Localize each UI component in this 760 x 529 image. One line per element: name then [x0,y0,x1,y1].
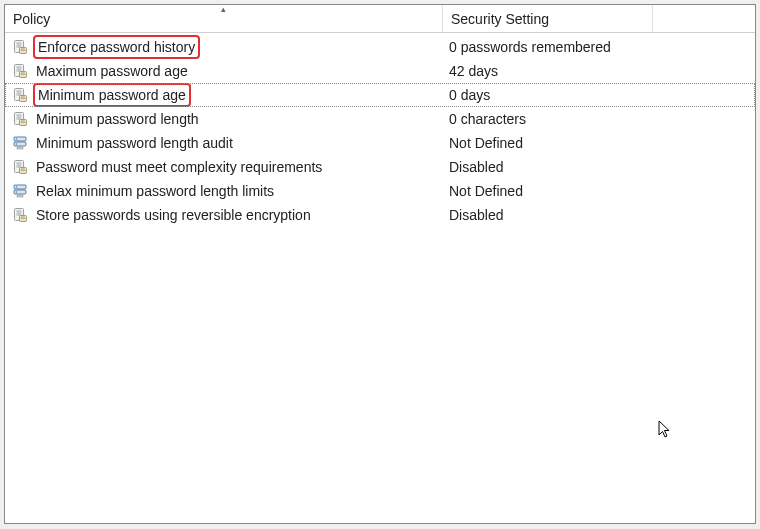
svg-point-31 [16,143,18,145]
column-header-policy[interactable]: Policy ▴ [5,5,443,32]
table-row[interactable]: Relax minimum password length limitsNot … [5,179,755,203]
policy-icon [11,62,29,80]
table-row[interactable]: Maximum password age42 days [5,59,755,83]
column-header-setting[interactable]: Security Setting [443,5,653,32]
policy-label: Password must meet complexity requiremen… [33,157,325,177]
policy-list: Policy ▴ Security Setting Enforce passwo… [4,4,756,524]
table-row[interactable]: Password must meet complexity requiremen… [5,155,755,179]
setting-cell: Disabled [443,203,653,227]
policy-cell: Store passwords using reversible encrypt… [5,203,443,227]
policy-cell: Minimum password length [5,107,443,131]
policy-icon [11,158,29,176]
policy-cell: Relax minimum password length limits [5,179,443,203]
policy-label: Minimum password length audit [33,133,236,153]
policy-icon [11,206,29,224]
setting-cell: Disabled [443,155,653,179]
server-icon [11,134,29,152]
column-header-setting-label: Security Setting [451,11,549,27]
policy-label: Minimum password length [33,109,202,129]
policy-label: Minimum password age [33,83,191,107]
table-row[interactable]: Minimum password length0 characters [5,107,755,131]
policy-label: Enforce password history [33,35,200,59]
server-icon [11,182,29,200]
table-row[interactable]: Enforce password history0 passwords reme… [5,35,755,59]
policy-label: Relax minimum password length limits [33,181,277,201]
policy-cell: Enforce password history [5,35,443,59]
setting-cell: 0 passwords remembered [443,35,653,59]
table-row[interactable]: Store passwords using reversible encrypt… [5,203,755,227]
policy-label: Store passwords using reversible encrypt… [33,205,314,225]
svg-rect-32 [17,147,23,149]
setting-cell: Not Defined [443,131,653,155]
setting-cell: 0 characters [443,107,653,131]
setting-cell: 0 days [443,83,653,107]
policy-label: Maximum password age [33,61,191,81]
sort-indicator-icon: ▴ [221,4,226,14]
policy-icon [11,38,29,56]
policy-cell: Minimum password age [5,83,443,107]
svg-point-42 [16,186,18,188]
policy-cell: Password must meet complexity requiremen… [5,155,443,179]
policy-rows: Enforce password history0 passwords reme… [5,33,755,227]
policy-icon [11,86,29,104]
svg-point-43 [16,191,18,193]
column-header-policy-label: Policy [13,11,50,27]
svg-rect-44 [17,195,23,197]
svg-point-30 [16,138,18,140]
table-row[interactable]: Minimum password length auditNot Defined [5,131,755,155]
setting-cell: 42 days [443,59,653,83]
policy-cell: Minimum password length audit [5,131,443,155]
policy-icon [11,110,29,128]
column-headers: Policy ▴ Security Setting [5,5,755,33]
policy-cell: Maximum password age [5,59,443,83]
table-row[interactable]: Minimum password age0 days [5,83,755,107]
setting-cell: Not Defined [443,179,653,203]
